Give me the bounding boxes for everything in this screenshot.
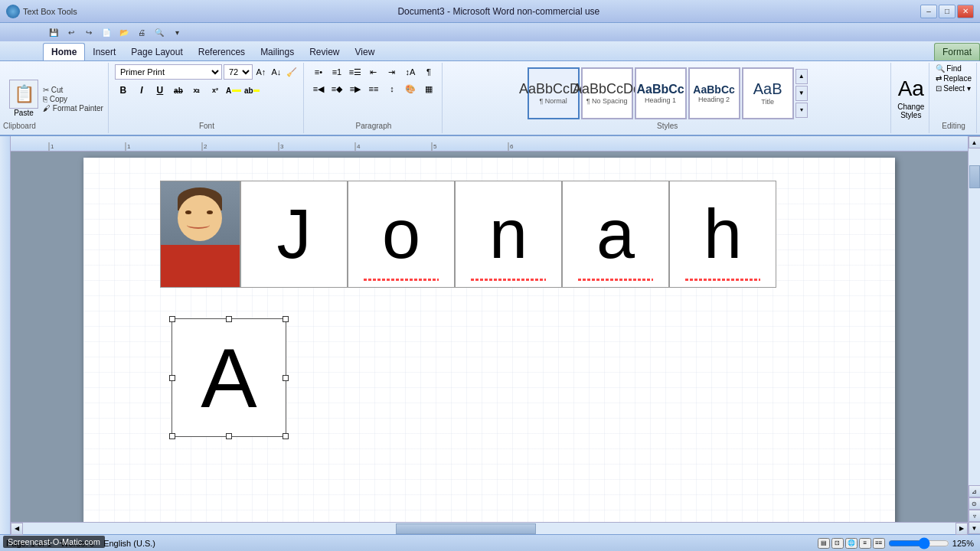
font-size-select[interactable]: 72 [224, 64, 253, 80]
show-hide-button[interactable]: ¶ [420, 64, 437, 80]
web-layout-button[interactable]: 🌐 [845, 538, 858, 549]
zoom-slider[interactable] [888, 539, 949, 548]
v-scroll-thumb[interactable] [969, 165, 980, 188]
scroll-select[interactable]: ⊙ [969, 497, 981, 510]
scroll-down-button[interactable]: ▼ [969, 522, 981, 534]
find-button[interactable]: 🔍 Find [936, 64, 961, 73]
handle-middle-left[interactable] [169, 375, 175, 381]
clear-format-button[interactable]: 🧹 [285, 65, 299, 79]
preview-button[interactable]: 🔍 [152, 25, 167, 39]
style-nospacing-preview: AaBbCcDd [573, 81, 641, 97]
handle-top-middle[interactable] [226, 316, 232, 322]
style-title[interactable]: AaB Title [742, 67, 794, 119]
print-button[interactable]: 🖨 [134, 25, 149, 39]
qa-more[interactable]: ▾ [169, 25, 185, 39]
open-button[interactable]: 📂 [116, 25, 132, 39]
highlight-button[interactable]: ab [243, 83, 260, 98]
cut-button[interactable]: ✂ Cut [43, 86, 103, 94]
font-name-select[interactable]: Primer Print [115, 64, 222, 80]
sort-button[interactable]: ↕A [402, 64, 419, 80]
save-button[interactable]: 💾 [46, 25, 61, 39]
tab-format[interactable]: Format [934, 43, 980, 60]
tab-view[interactable]: View [348, 44, 383, 60]
paste-button[interactable]: 📋 Paste [8, 78, 40, 119]
copy-button[interactable]: ⎘ Copy [43, 95, 103, 103]
select-button[interactable]: ⊡ Select ▾ [936, 84, 971, 93]
style-heading2[interactable]: AaBbCc Heading 2 [688, 67, 740, 119]
styles-scroll-up[interactable]: ▲ [795, 69, 808, 84]
bold-button[interactable]: B [115, 83, 132, 98]
style-heading1[interactable]: AaBbCc Heading 1 [635, 67, 687, 119]
style-normal[interactable]: AaBbCcDd ¶ Normal [528, 67, 580, 119]
redo-button[interactable]: ↪ [81, 25, 96, 39]
minimize-button[interactable]: – [920, 5, 937, 18]
scroll-right-button[interactable]: ▶ [956, 523, 968, 535]
tab-mailings[interactable]: Mailings [253, 44, 302, 60]
vertical-scrollbar[interactable]: ▲ ⊿ ⊙ ▿ ▼ [968, 136, 980, 534]
outline-button[interactable]: ≡ [859, 538, 871, 549]
window-controls[interactable]: – □ ✕ [920, 5, 974, 18]
multilevel-button[interactable]: ≡☰ [347, 64, 364, 80]
scroll-up-button[interactable]: ▲ [969, 136, 981, 148]
numbering-button[interactable]: ≡1 [328, 64, 345, 80]
format-painter-button[interactable]: 🖌 Format Painter [43, 104, 103, 112]
find-icon: 🔍 [936, 64, 945, 73]
increase-indent-button[interactable]: ⇥ [384, 64, 400, 80]
style-nospacing[interactable]: AaBbCcDd ¶ No Spacing [581, 67, 633, 119]
tab-page-layout[interactable]: Page Layout [123, 44, 190, 60]
full-screen-button[interactable]: ⊡ [831, 538, 844, 549]
squiggle-h [685, 279, 760, 281]
h-scroll-thumb[interactable] [396, 523, 536, 534]
tab-review[interactable]: Review [302, 44, 347, 60]
styles-more[interactable]: ▾ [795, 103, 808, 118]
handle-middle-right[interactable] [283, 375, 289, 381]
underline-button[interactable]: U [152, 83, 168, 98]
close-button[interactable]: ✕ [957, 5, 974, 18]
superscript-button[interactable]: x² [207, 83, 224, 98]
handle-top-right[interactable] [283, 316, 289, 322]
align-center-button[interactable]: ≡◆ [328, 81, 345, 96]
font-color-button[interactable]: A [225, 83, 242, 98]
horizontal-scrollbar[interactable]: ◀ ▶ [11, 522, 968, 534]
tab-insert[interactable]: Insert [85, 44, 123, 60]
scroll-next-page[interactable]: ▿ [969, 510, 981, 522]
justify-button[interactable]: ≡≡ [365, 81, 382, 96]
print-layout-button[interactable]: ▤ [818, 538, 830, 549]
styles-scroll-down[interactable]: ▼ [795, 86, 808, 101]
maximize-button[interactable]: □ [939, 5, 956, 18]
select-icon: ⊡ [936, 84, 942, 93]
decrease-indent-button[interactable]: ⇤ [365, 64, 382, 80]
shrink-font-button[interactable]: A↓ [270, 65, 283, 79]
handle-top-left[interactable] [169, 316, 175, 322]
subscript-button[interactable]: x₂ [188, 83, 205, 98]
style-normal-label: ¶ Normal [539, 97, 567, 105]
undo-button[interactable]: ↩ [64, 25, 79, 39]
handle-bottom-middle[interactable] [226, 433, 232, 439]
selected-text-box[interactable]: A [172, 318, 286, 437]
group-editing: 🔍 Find ⇄ Replace ⊡ Select ▾ Editing [931, 63, 977, 133]
grow-font-button[interactable]: A↑ [254, 65, 268, 79]
draft-button[interactable]: ≡≡ [873, 538, 885, 549]
style-title-label: Title [761, 98, 774, 106]
replace-button[interactable]: ⇄ Replace [936, 74, 972, 83]
line-spacing-button[interactable]: ↕ [384, 81, 400, 96]
tab-references[interactable]: References [191, 44, 253, 60]
ribbon-tabs: Home Insert Page Layout References Maili… [0, 41, 980, 61]
quick-access-toolbar: 💾 ↩ ↪ 📄 📂 🖨 🔍 ▾ [0, 23, 980, 41]
tab-home[interactable]: Home [43, 43, 85, 60]
change-styles-button[interactable]: Change Styles [897, 103, 924, 119]
borders-button[interactable]: ▦ [420, 81, 437, 96]
handle-bottom-left[interactable] [169, 433, 175, 439]
handle-bottom-right[interactable] [283, 433, 289, 439]
scroll-left-button[interactable]: ◀ [11, 523, 23, 535]
new-button[interactable]: 📄 [99, 25, 114, 39]
scroll-prev-page[interactable]: ⊿ [969, 485, 981, 497]
strikethrough-button[interactable]: ab [170, 83, 187, 98]
shading-button[interactable]: 🎨 [402, 81, 419, 96]
bullets-button[interactable]: ≡• [310, 64, 327, 80]
align-right-button[interactable]: ≡▶ [347, 81, 364, 96]
styles-gallery: AaBbCcDd ¶ Normal AaBbCcDd ¶ No Spacing … [528, 67, 794, 119]
align-left-button[interactable]: ≡◀ [310, 81, 327, 96]
page-scroll-area[interactable]: J o n a h [11, 152, 968, 522]
italic-button[interactable]: I [133, 83, 150, 98]
